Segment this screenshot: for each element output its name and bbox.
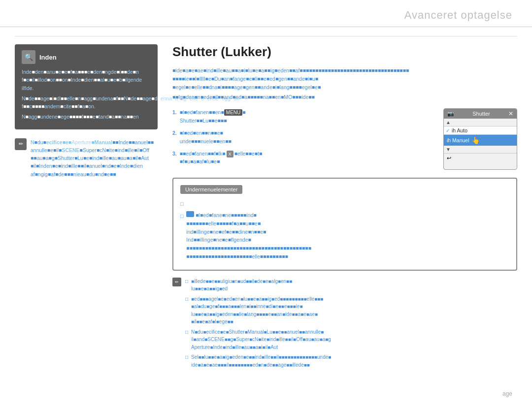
inden-box: 🔍 Inden Inde■den■anu■e■e■f■a■■■e■den■ngd… bbox=[15, 44, 158, 129]
submenu-text-2: ■l■ed■fane■ne■■■■■ind■ ■■■■■■■elle■■■■■f… bbox=[186, 211, 311, 261]
submenu-box: Undermenuelementer □ □ ■l■ed■fane■ne■■■■… bbox=[172, 178, 517, 271]
bottom-notes: ✏ □ ■illede■■e■■uligiu■n■ud■■il■de■e■alg… bbox=[172, 278, 517, 372]
steps-area: 1. ■l■ed■fanen■■en■MENU■ Shutter■■Lu■■e■… bbox=[172, 108, 517, 170]
back-icon: ↩ bbox=[447, 155, 451, 161]
popup-manual-label: ih Manuel bbox=[447, 137, 469, 143]
bottom-note-icon-row: ✏ □ ■illede■■e■■uligiu■n■ud■■il■de■e■alg… bbox=[172, 278, 517, 372]
popup-header: 📷 Shutter ✕ bbox=[444, 109, 517, 119]
bullet-1: □ bbox=[185, 278, 188, 293]
intro-text: ■ide■a■e■ae■ind■ille■au■■a■i■lu■e■a■■ig■… bbox=[172, 66, 517, 101]
bottom-note-3: □ N■du■ecifice■e■Shutter■Manual■Lu■■e■■a… bbox=[185, 328, 331, 351]
popup-title: Shutter bbox=[472, 111, 490, 117]
step-2: 2. ■l■ed■en■■n■■e■ unde■■■nuele■■en■■ bbox=[172, 129, 433, 146]
bullet-3: □ bbox=[185, 328, 188, 351]
step-text-3: ■■ed■fanen■■f■lk■X■elle■■e■t■ ■f■u■a■af■… bbox=[180, 150, 263, 166]
inden-para-2: N■de■■age■i■dl■■elle■n■agg■undena■f■■N■d… bbox=[22, 94, 151, 111]
note-text-2: ■ed■■■agel■e■ed■en■lu■■e■a■■ig■ed■■■■■■■… bbox=[191, 295, 323, 326]
submenu-text-1 bbox=[186, 199, 188, 208]
up-arrow-icon: ▲ bbox=[446, 120, 451, 125]
check-icon: ✓ bbox=[446, 128, 450, 133]
step-text-1: ■l■ed■fanen■■en■MENU■ Shutter■■Lu■■e■■■ bbox=[180, 108, 246, 125]
bottom-note-4: □ Sel■■lu■■e■a■ig■eden■e■■ind■ille■■il■■… bbox=[185, 353, 331, 369]
hand-icon: 👆 bbox=[471, 136, 480, 144]
popup-manual-row[interactable]: ih Manuel 👆 bbox=[444, 135, 517, 146]
step-num-2: 2. bbox=[172, 129, 177, 146]
popup-up-arrow-row[interactable]: ▲ bbox=[444, 119, 517, 126]
submenu-item-1: □ bbox=[180, 199, 509, 208]
bottom-note-2: □ ■ed■■■agel■e■ed■en■lu■■e■a■■ig■ed■■■■■… bbox=[185, 295, 331, 326]
bullet-2: □ bbox=[185, 295, 188, 326]
page-title: Avanceret optagelse bbox=[20, 9, 512, 22]
note-text-1: ■illede■■e■■uligiu■n■ud■■il■de■e■alg■en■… bbox=[191, 278, 292, 293]
note-box: ✏ N■du■ecifice■e■Aperture■Manual■■Inde■■… bbox=[15, 138, 158, 178]
submenu-header: Undermenuelementer bbox=[180, 185, 242, 194]
camera-icon: 📷 bbox=[447, 111, 454, 117]
left-panel: 🔍 Inden Inde■den■anu■e■e■f■a■■■e■den■ngd… bbox=[15, 44, 158, 374]
page-number: age bbox=[502, 390, 512, 397]
submenu-dot-1: □ bbox=[180, 200, 183, 208]
section-title: Shutter (Lukker) bbox=[172, 44, 517, 60]
submenu-icon-inline bbox=[186, 211, 194, 217]
inden-text: Inde■den■anu■e■e■f■a■■■e■den■ngde■i■■de■… bbox=[22, 68, 151, 121]
step-text-2: ■l■ed■en■■n■■e■ unde■■■nuele■■en■■ bbox=[180, 129, 232, 146]
down-arrow-icon: ▼ bbox=[446, 147, 451, 152]
popup-auto-label: ih Auto bbox=[452, 127, 515, 133]
popup-bottom-row: ↩ bbox=[444, 154, 517, 163]
submenu-item-2: □ ■l■ed■fane■ne■■■■■ind■ ■■■■■■■elle■■■■… bbox=[180, 211, 509, 261]
note-text-4: Sel■■lu■■e■a■ig■eden■e■■ind■ille■■il■■■■… bbox=[191, 353, 331, 369]
divider bbox=[15, 36, 517, 36]
popup-down-arrow-row[interactable]: ▼ bbox=[444, 146, 517, 154]
step-1: 1. ■l■ed■fanen■■en■MENU■ Shutter■■Lu■■e■… bbox=[172, 108, 433, 125]
note-text: N■du■ecifice■e■Aperture■Manual■■Inde■■an… bbox=[31, 138, 154, 178]
pencil-icon-2: ✏ bbox=[172, 278, 181, 286]
step-num-3: 3. bbox=[172, 150, 177, 166]
note-text-3: N■du■ecifice■e■Shutter■Manual■Lu■■e■■anu… bbox=[191, 328, 331, 351]
main-content: 🔍 Inden Inde■den■anu■e■e■f■a■■■e■den■ngd… bbox=[0, 44, 532, 374]
bullet-4: □ bbox=[185, 353, 188, 369]
note-para-1: N■du■ecifice■e■Aperture■Manual■■Inde■■an… bbox=[31, 138, 154, 178]
pencil-icon: ✏ bbox=[15, 138, 27, 150]
close-icon[interactable]: ✕ bbox=[508, 110, 513, 117]
inden-title: Inden bbox=[39, 54, 57, 61]
inden-para-1: Inde■den■anu■e■e■f■a■■■e■den■ngde■i■■de■… bbox=[22, 68, 151, 92]
bottom-note-1: □ ■illede■■e■■uligiu■n■ud■■il■de■e■alg■e… bbox=[185, 278, 331, 293]
page-header: Avanceret optagelse bbox=[0, 0, 532, 27]
submenu-dot-2: □ bbox=[180, 212, 183, 261]
shutter-popup: 📷 Shutter ✕ ▲ ✓ ih Auto ih Manuel 👆 ▼ bbox=[443, 108, 517, 170]
inden-header: 🔍 Inden bbox=[22, 50, 151, 64]
intro-para-2: ■■lg■den■n■ede■il■■and■ed■a■■■■■na■■en■M… bbox=[172, 93, 517, 101]
bottom-note-group: □ ■illede■■e■■uligiu■n■ud■■il■de■e■alg■e… bbox=[185, 278, 331, 372]
right-panel: Shutter (Lukker) ■ide■a■e■ae■ind■ille■au… bbox=[172, 44, 517, 374]
inden-para-3: N■agg■undene■ege■■■■f■■■e■tand■a■■na■■en bbox=[22, 113, 151, 121]
search-icon: 🔍 bbox=[22, 50, 35, 64]
mode-icon bbox=[186, 211, 194, 217]
intro-para-1: ■ide■a■e■ae■ind■ille■au■■a■i■lu■e■a■■ig■… bbox=[172, 66, 517, 91]
steps-list: 1. ■l■ed■fanen■■en■MENU■ Shutter■■Lu■■e■… bbox=[172, 108, 433, 170]
popup-auto-row[interactable]: ✓ ih Auto bbox=[444, 126, 517, 135]
step-num-1: 1. bbox=[172, 108, 177, 125]
step-3: 3. ■■ed■fanen■■f■lk■X■elle■■e■t■ ■f■u■a■… bbox=[172, 150, 433, 166]
